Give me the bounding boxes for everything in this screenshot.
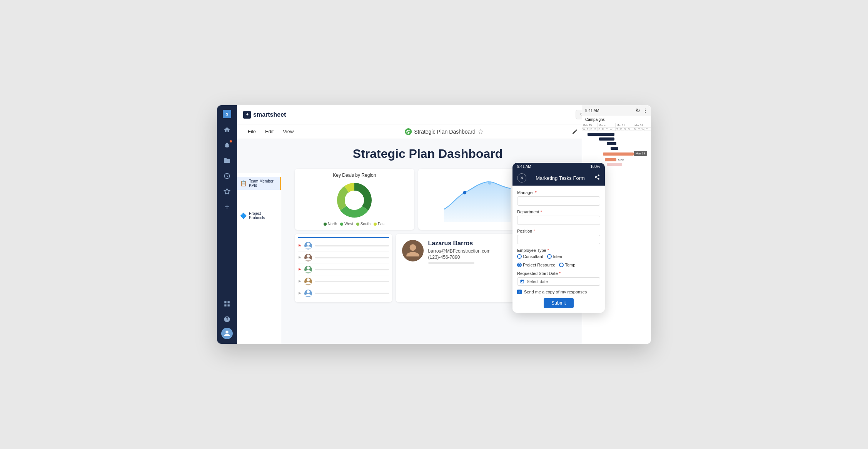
manager-label: Manager * <box>517 190 600 195</box>
position-label: Position * <box>517 229 600 233</box>
main-area: ✦ smartsheet File Edit View Strategic Pl… <box>237 105 651 344</box>
table-row-4: ⚑ <box>298 276 389 287</box>
position-input[interactable] <box>517 235 600 244</box>
copy-checkbox-row[interactable]: ✓ Send me a copy of my responses <box>517 290 600 294</box>
file-menu[interactable]: File <box>243 126 260 137</box>
legend-north: North <box>324 222 337 226</box>
gantt-row-2 <box>584 137 649 141</box>
svg-point-8 <box>488 181 491 185</box>
mobile-form-header: Marketing Tasks Form <box>512 170 605 186</box>
gantt-title-area: 9:41 AM <box>585 109 599 113</box>
legend-dot-east <box>374 223 377 226</box>
legend-west: West <box>340 222 353 226</box>
contact-phone: (123)-456-7890 <box>428 255 491 260</box>
legend-label-south: South <box>361 222 371 226</box>
gantt-row-4 <box>584 146 649 150</box>
mobile-form-title: Marketing Tasks Form <box>536 175 585 181</box>
row-bar-5 <box>315 293 389 294</box>
user-avatar[interactable] <box>221 328 233 339</box>
sidebar-folder-icon[interactable] <box>220 154 234 168</box>
radio-consultant[interactable]: Consultant <box>517 254 543 259</box>
smartsheet-logo: ✦ smartsheet <box>243 111 286 119</box>
gantt-row-6: 50% <box>584 158 649 162</box>
contact-main: Lazarus Barros barros@MBFconstruction.co… <box>402 240 491 264</box>
doc-title-text: Strategic Plan Dashboard <box>414 129 476 135</box>
contact-info: Lazarus Barros barros@MBFconstruction.co… <box>428 240 491 264</box>
gantt-percent: 50% <box>618 158 624 162</box>
table-row-3: ⚑ <box>298 264 389 275</box>
protocols-icon: 🔷 <box>240 213 247 219</box>
edit-pencil-btn[interactable] <box>569 126 581 137</box>
row-bar-4 <box>315 281 389 282</box>
app-name: smartsheet <box>253 111 286 118</box>
gantt-more-icon[interactable]: ⋮ <box>643 107 648 114</box>
flag-gray-5: ⚑ <box>298 292 301 296</box>
ss-icon: ✦ <box>243 111 251 119</box>
table-row-2: ⚑ <box>298 252 389 263</box>
sidebar-home-icon[interactable] <box>220 123 234 137</box>
edit-menu[interactable]: Edit <box>260 126 278 137</box>
date-select[interactable]: Select date <box>517 277 600 286</box>
star-doc-icon[interactable] <box>478 129 483 134</box>
flag-red-1: ⚑ <box>298 244 301 248</box>
legend-south: South <box>356 222 371 226</box>
radio-intern-circle <box>547 254 552 259</box>
radio-intern[interactable]: Intern <box>547 254 564 259</box>
manager-input[interactable] <box>517 196 600 206</box>
legend-label-north: North <box>328 222 337 226</box>
gantt-day-headers: W T F S S M T W T F S S M <box>582 128 651 131</box>
team-member-kpis-item[interactable]: 📋 Team Member KPIs <box>237 177 281 190</box>
mobile-status-bar: 9:41 AM 100% <box>512 163 605 170</box>
employee-type-label: Employee Type * <box>517 248 600 253</box>
project-protocols-label: Project Protocols <box>249 211 278 220</box>
contact-email: barros@MBFconstruction.com <box>428 248 491 254</box>
legend-east: East <box>374 222 386 226</box>
contact-avatar <box>402 240 424 261</box>
sidebar-bottom <box>220 297 234 339</box>
table-row-5: ⚑ <box>298 288 389 299</box>
donut-chart-svg <box>335 181 374 219</box>
gantt-progress-row: Mar 18 <box>584 151 649 157</box>
row-avatar-1 <box>304 242 312 250</box>
copy-checkbox[interactable]: ✓ <box>517 290 522 294</box>
department-input[interactable] <box>517 216 600 225</box>
svg-point-7 <box>463 191 466 194</box>
sidebar-add-icon[interactable] <box>220 200 234 214</box>
mobile-share-btn[interactable] <box>594 174 600 182</box>
kpi-icon: 📋 <box>240 180 247 186</box>
team-member-kpis-label: Team Member KPIs <box>249 179 277 188</box>
gantt-row-3 <box>584 142 649 146</box>
doc-title: Strategic Plan Dashboard <box>405 128 483 135</box>
svg-marker-1 <box>478 129 483 134</box>
flag-gray-2: ⚑ <box>298 256 301 260</box>
sidebar-star-icon[interactable] <box>220 184 234 198</box>
main-window: s <box>217 105 651 344</box>
row-avatar-2 <box>304 254 312 261</box>
department-label: Department * <box>517 209 600 214</box>
sidebar-grid-icon[interactable] <box>220 297 234 311</box>
sidebar-bell-icon[interactable] <box>220 138 234 152</box>
row-bar-3 <box>315 269 389 270</box>
legend-dot-north <box>324 223 327 226</box>
flag-gray-4: ⚑ <box>298 280 301 284</box>
view-menu[interactable]: View <box>278 126 298 137</box>
radio-temp[interactable]: Temp <box>559 263 575 267</box>
mobile-submit-btn[interactable]: Submit <box>544 298 573 308</box>
mobile-close-btn[interactable] <box>517 173 526 183</box>
radio-project-resource[interactable]: Project Resource <box>517 263 555 267</box>
legend-label-east: East <box>378 222 386 226</box>
sidebar-help-icon[interactable] <box>220 312 234 326</box>
project-protocols-item[interactable]: 🔷 Project Protocols <box>237 209 281 222</box>
gantt-col-headers: Feb 25 Mar 4 Mar 11 Mar 18 <box>582 123 651 128</box>
gantt-refresh-icon[interactable]: ↻ <box>636 107 640 114</box>
contact-bar <box>428 262 474 264</box>
mobile-battery: 100% <box>590 164 600 169</box>
sidebar-clock-icon[interactable] <box>220 169 234 183</box>
radio-temp-label: Temp <box>565 263 575 267</box>
table-rows: ⚑ ⚑ ⚑ <box>298 240 389 299</box>
donut-chart-widget: Key Deals by Region <box>295 169 414 230</box>
donut-chart-title: Key Deals by Region <box>299 173 411 178</box>
gantt-title: Campaigns <box>582 116 651 123</box>
progress-badge: Mar 18 <box>634 151 647 156</box>
mobile-time: 9:41 AM <box>517 164 531 169</box>
